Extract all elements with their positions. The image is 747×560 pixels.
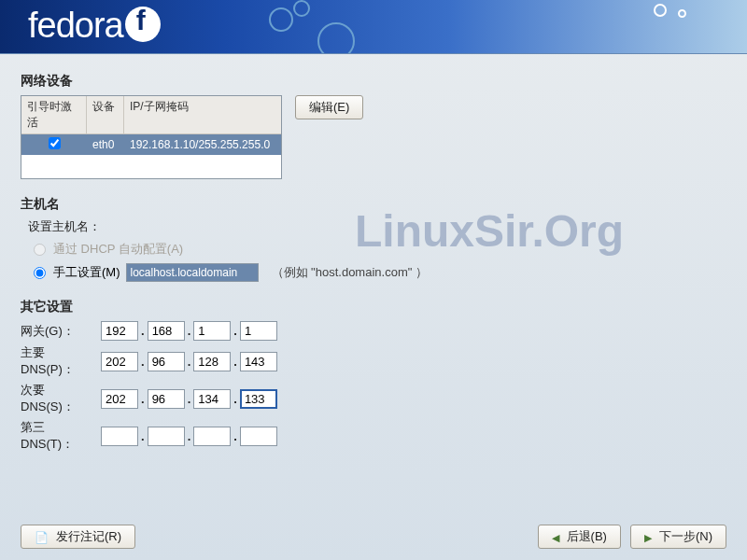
manual-label: 手工设置(M) [53,264,120,281]
pdns-oct4[interactable] [240,352,277,371]
back-button[interactable]: 后退(B) [538,525,621,549]
sdns-oct4[interactable] [240,389,277,409]
dhcp-label: 通过 DHCP 自动配置(A) [53,241,183,258]
network-device-table[interactable]: 引导时激活 设备 IP/子网掩码 eth0 192.168.1.10/255.2… [21,95,282,179]
fedora-logo: fedora [28,6,161,46]
arrow-left-icon [552,530,563,544]
bubble-icon [317,22,355,54]
next-button[interactable]: 下一步(N) [630,525,726,549]
header: fedora [0,0,747,54]
footer: 发行注记(R) 后退(B) 下一步(N) [21,525,726,549]
bubble-icon [654,4,667,17]
bubble-icon [269,7,293,32]
col-active[interactable]: 引导时激活 [21,96,87,133]
gateway-oct1[interactable] [101,321,138,341]
gateway-label: 网关(G)： [21,323,101,340]
primary-dns-label: 主要 DNS(P)： [21,344,101,378]
col-ipmask[interactable]: IP/子网掩码 [124,96,281,133]
hostname-input[interactable] [126,263,259,282]
bubble-icon [293,0,310,17]
active-checkbox[interactable] [49,137,61,149]
cell-device: eth0 [87,135,124,154]
sdns-oct3[interactable] [193,389,231,409]
col-device[interactable]: 设备 [87,96,124,133]
manual-radio[interactable] [34,267,46,279]
release-notes-button[interactable]: 发行注记(R) [21,525,135,549]
tdns-oct2[interactable] [148,427,185,446]
table-row[interactable]: eth0 192.168.1.10/255.255.255.0 [21,134,281,155]
arrow-right-icon [644,530,655,544]
pdns-oct3[interactable] [193,352,231,371]
pdns-oct2[interactable] [148,352,185,371]
other-settings-title: 其它设置 [21,299,726,315]
edit-button[interactable]: 编辑(E) [295,95,363,119]
pdns-oct1[interactable] [101,352,138,371]
sdns-oct2[interactable] [148,389,185,409]
network-devices-title: 网络设备 [21,73,726,90]
tdns-oct1[interactable] [101,427,138,446]
gateway-oct4[interactable] [240,321,277,341]
secondary-dns-label: 次要 DNS(S)： [21,382,101,415]
document-icon [35,530,52,544]
tdns-oct4[interactable] [240,427,277,446]
tertiary-dns-label: 第三 DNS(T)： [21,419,101,453]
cell-ipmask: 192.168.1.10/255.255.255.0 [124,135,281,154]
gateway-oct2[interactable] [148,321,185,341]
sdns-oct1[interactable] [101,389,138,409]
dhcp-radio [34,244,46,256]
fedora-badge-icon [125,7,161,42]
bubble-icon [678,9,686,18]
tdns-oct3[interactable] [193,427,231,446]
hostname-title: 主机名 [21,196,726,213]
gateway-oct3[interactable] [193,321,231,341]
hostname-set-label: 设置主机名： [28,218,726,235]
hostname-hint: （例如 "host.domain.com" ） [272,264,428,281]
content-area: 网络设备 引导时激活 设备 IP/子网掩码 eth0 192.168.1.10/… [0,54,747,453]
